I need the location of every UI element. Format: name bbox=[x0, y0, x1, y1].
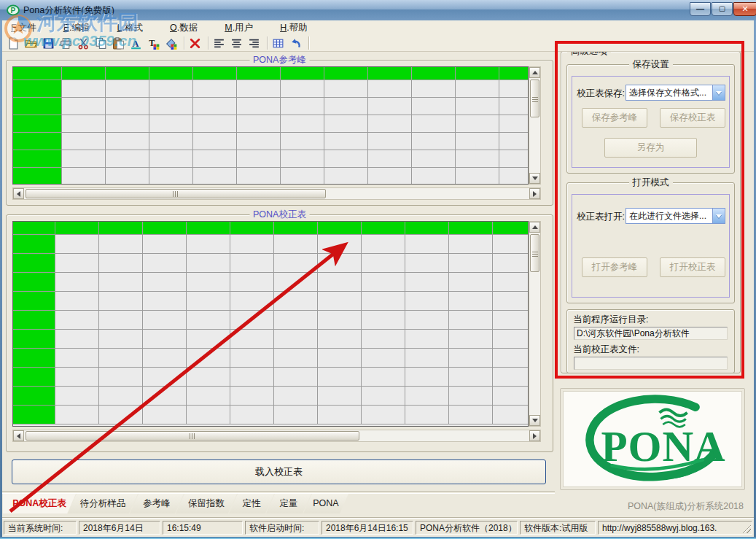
cell[interactable] bbox=[362, 349, 405, 368]
cell[interactable] bbox=[187, 368, 230, 387]
header-cell[interactable] bbox=[99, 222, 143, 235]
cell[interactable] bbox=[106, 98, 149, 115]
save-calibration-button[interactable]: 保存校正表 bbox=[660, 108, 725, 128]
cell[interactable] bbox=[143, 235, 187, 254]
header-cell[interactable] bbox=[412, 67, 456, 80]
cell[interactable] bbox=[55, 330, 99, 349]
header-cell[interactable] bbox=[281, 67, 324, 80]
cell[interactable] bbox=[55, 273, 99, 292]
cell[interactable] bbox=[449, 330, 493, 349]
cell[interactable] bbox=[143, 406, 187, 424]
cell[interactable] bbox=[99, 273, 143, 292]
cell[interactable] bbox=[274, 235, 318, 254]
cell[interactable] bbox=[456, 115, 499, 133]
cell[interactable] bbox=[412, 115, 456, 133]
cell[interactable] bbox=[456, 133, 499, 150]
cell[interactable] bbox=[493, 387, 529, 406]
chevron-down-icon[interactable] bbox=[712, 85, 725, 100]
cell[interactable] bbox=[318, 273, 362, 292]
reference-table-horizontal-scrollbar[interactable] bbox=[12, 187, 541, 200]
header-cell[interactable] bbox=[187, 222, 230, 235]
cell[interactable] bbox=[193, 80, 237, 98]
delete-icon[interactable] bbox=[188, 36, 204, 50]
cell[interactable] bbox=[143, 330, 187, 349]
cell[interactable] bbox=[193, 150, 237, 168]
cell[interactable] bbox=[55, 406, 99, 424]
header-cell[interactable] bbox=[237, 67, 281, 80]
cell[interactable] bbox=[499, 80, 529, 98]
cell[interactable] bbox=[230, 254, 274, 273]
cell[interactable] bbox=[324, 115, 368, 133]
cell[interactable] bbox=[149, 168, 193, 185]
cell[interactable] bbox=[274, 406, 318, 424]
cell[interactable] bbox=[281, 133, 324, 150]
bottom-tab-4[interactable]: 定性 bbox=[229, 494, 274, 513]
bottom-tab-5[interactable]: 定量 bbox=[266, 494, 311, 513]
header-cell[interactable] bbox=[362, 222, 405, 235]
fill-color-icon[interactable] bbox=[164, 36, 180, 50]
cell[interactable] bbox=[193, 98, 237, 115]
cell[interactable] bbox=[143, 273, 187, 292]
cell[interactable] bbox=[143, 254, 187, 273]
cell[interactable] bbox=[237, 168, 281, 185]
cell[interactable] bbox=[55, 368, 99, 387]
cell[interactable] bbox=[99, 406, 143, 424]
scroll-right-button[interactable] bbox=[529, 430, 540, 441]
font-color-icon[interactable]: T bbox=[147, 36, 163, 50]
cell[interactable] bbox=[13, 133, 62, 150]
header-cell[interactable] bbox=[13, 67, 62, 80]
cell[interactable] bbox=[106, 80, 149, 98]
cell[interactable] bbox=[281, 80, 324, 98]
load-calibration-button[interactable]: 载入校正表 bbox=[12, 459, 546, 484]
header-cell[interactable] bbox=[493, 222, 529, 235]
menu-item-l[interactable]: L.格式 bbox=[109, 22, 152, 34]
cell[interactable] bbox=[412, 98, 456, 115]
header-cell[interactable] bbox=[499, 67, 529, 80]
cell[interactable] bbox=[281, 115, 324, 133]
cell[interactable] bbox=[281, 168, 324, 185]
header-cell[interactable] bbox=[368, 67, 412, 80]
cell[interactable] bbox=[449, 235, 493, 254]
cell[interactable] bbox=[13, 311, 55, 330]
cell[interactable] bbox=[362, 330, 405, 349]
cell[interactable] bbox=[405, 368, 449, 387]
cell[interactable] bbox=[187, 273, 230, 292]
calibration-table-horizontal-scrollbar[interactable] bbox=[12, 430, 541, 442]
cell[interactable] bbox=[149, 115, 193, 133]
cell[interactable] bbox=[405, 311, 449, 330]
menu-item-o[interactable]: O.数据 bbox=[161, 22, 206, 34]
cell[interactable] bbox=[274, 311, 318, 330]
cell[interactable] bbox=[368, 115, 412, 133]
cell[interactable] bbox=[13, 80, 62, 98]
horizontal-scroll-thumb[interactable] bbox=[26, 431, 359, 441]
cell[interactable] bbox=[456, 150, 499, 168]
menu-item-h[interactable]: H.帮助 bbox=[271, 22, 316, 34]
chevron-down-icon[interactable] bbox=[712, 209, 725, 223]
cell[interactable] bbox=[99, 254, 143, 273]
scroll-up-button[interactable] bbox=[529, 222, 540, 233]
cell[interactable] bbox=[13, 349, 55, 368]
header-cell[interactable] bbox=[149, 67, 193, 80]
cell[interactable] bbox=[324, 133, 368, 150]
cell[interactable] bbox=[230, 406, 274, 424]
cell[interactable] bbox=[106, 115, 149, 133]
cell[interactable] bbox=[362, 273, 405, 292]
cell[interactable] bbox=[318, 235, 362, 254]
cell[interactable] bbox=[412, 80, 456, 98]
close-button[interactable]: ✕ bbox=[733, 2, 756, 16]
header-cell[interactable] bbox=[318, 222, 362, 235]
bottom-tab-0[interactable]: PONA校正表 bbox=[3, 494, 76, 513]
cell[interactable] bbox=[13, 330, 55, 349]
cell[interactable] bbox=[362, 235, 405, 254]
cell[interactable] bbox=[55, 292, 99, 311]
cell[interactable] bbox=[456, 80, 499, 98]
cell[interactable] bbox=[368, 133, 412, 150]
cell[interactable] bbox=[62, 115, 106, 133]
cell[interactable] bbox=[318, 387, 362, 406]
print-icon[interactable] bbox=[59, 36, 75, 50]
cell[interactable] bbox=[324, 80, 368, 98]
cell[interactable] bbox=[230, 387, 274, 406]
scroll-down-button[interactable] bbox=[529, 173, 540, 184]
scroll-down-button[interactable] bbox=[529, 415, 540, 426]
table-grid-icon[interactable] bbox=[271, 36, 287, 50]
